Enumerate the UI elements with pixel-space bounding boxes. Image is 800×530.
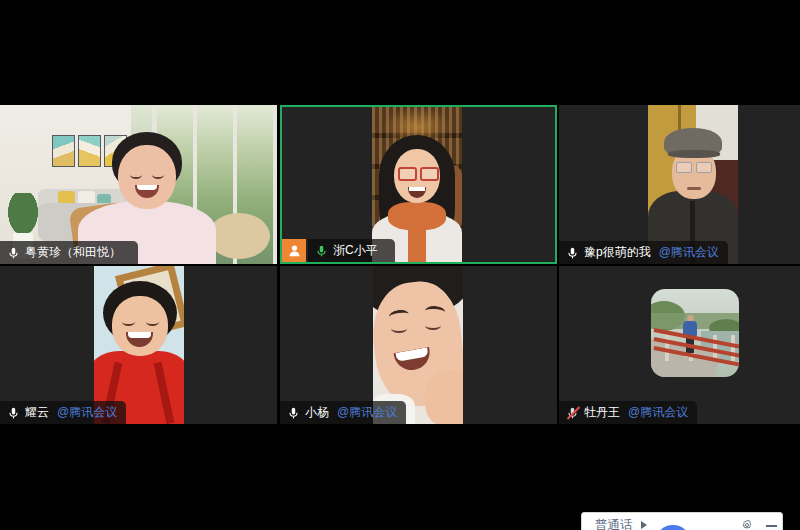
host-badge-icon [282,239,306,262]
video-tile-5[interactable]: 小杨@腾讯会议 [280,266,557,424]
participant-name-label: 浙C小平 [308,239,395,262]
caret-right-icon[interactable] [641,521,647,529]
mic-icon [287,406,300,420]
participant-name-label: 粤黄珍（和田悦） [0,241,138,264]
meeting-app-mention: @腾讯会议 [659,244,719,261]
translate-circle-button[interactable] [655,525,691,530]
meeting-app-mention: @腾讯会议 [57,404,117,421]
person-face [112,296,168,356]
person-eye [391,324,407,333]
video-tile-2-active-speaker[interactable]: 浙C小平 [280,105,557,264]
participant-name: 牡丹王 [584,404,620,421]
person-glasses [676,162,692,173]
person-eye [130,171,142,179]
participant-avatar [651,289,739,377]
participant-name: 小杨 [305,404,329,421]
mic-muted-icon [566,406,579,420]
participant-name: 浙C小平 [333,242,378,259]
minimize-icon[interactable] [766,525,777,527]
person-scarf [388,202,446,230]
caption-panel: 普通话 [581,512,783,530]
meeting-app-mention: @腾讯会议 [337,404,397,421]
caption-language-selector[interactable]: 普通话 [595,517,633,530]
person-face [118,145,176,209]
person-glasses [398,167,417,181]
participant-name: 豫p很萌的我 [584,244,651,261]
bean-bag [208,213,270,259]
person-eye [146,318,159,326]
settings-gear-icon[interactable] [740,518,754,530]
video-tile-6[interactable]: 牡丹王@腾讯会议 [559,266,800,424]
participant-name-label: 耀云@腾讯会议 [0,401,126,424]
person-hand [425,370,463,424]
cap-brim [668,150,720,158]
participant-name: 粤黄珍（和田悦） [25,244,121,261]
person-glasses [696,162,712,173]
person-glasses [420,167,439,181]
mic-speaking-icon [315,244,328,258]
wall-art [78,135,101,167]
participant-name-label: 牡丹王@腾讯会议 [559,401,697,424]
mic-icon [566,246,579,260]
person-eye [425,321,441,330]
wall-art [52,135,75,167]
video-tile-4[interactable]: 耀云@腾讯会议 [0,266,277,424]
person-mouth [687,187,701,190]
mic-icon [7,246,20,260]
person-eye [152,171,164,179]
participant-name: 耀云 [25,404,49,421]
meeting-app-mention: @腾讯会议 [628,404,688,421]
video-tile-1[interactable]: 粤黄珍（和田悦） [0,105,277,264]
mic-icon [7,406,20,420]
person-eye [122,318,135,326]
participant-name-label: 豫p很萌的我@腾讯会议 [559,241,728,264]
bridge-post [731,335,735,361]
video-tile-3[interactable]: 豫p很萌的我@腾讯会议 [559,105,800,264]
participant-name-label: 小杨@腾讯会议 [280,401,406,424]
